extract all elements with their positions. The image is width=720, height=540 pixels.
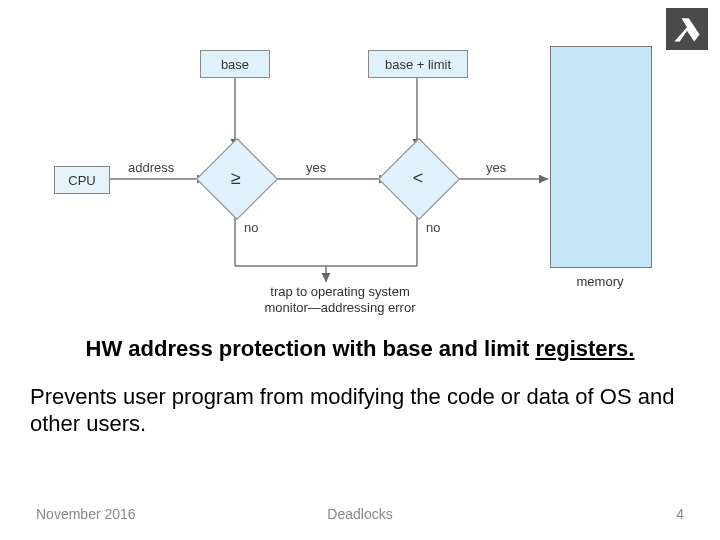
technion-logo <box>666 8 708 50</box>
label-no-2: no <box>426 220 440 235</box>
base-plus-limit-box: base + limit <box>368 50 468 78</box>
label-address: address <box>128 160 174 175</box>
base-register-box: base <box>200 50 270 78</box>
ge-symbol: ≥ <box>208 150 264 206</box>
aleph-icon <box>669 11 705 47</box>
label-no-1: no <box>244 220 258 235</box>
label-yes-1: yes <box>306 160 326 175</box>
lt-symbol: < <box>390 150 446 206</box>
title-underlined: registers. <box>535 336 634 361</box>
cpu-label: CPU <box>68 173 95 188</box>
slide-footer: November 2016 Deadlocks 4 <box>0 506 720 526</box>
title-prefix: HW address protection with base and limi… <box>86 336 536 361</box>
comparator-ge: ≥ <box>208 150 264 206</box>
trap-line-1: trap to operating system <box>210 284 470 300</box>
memory-label: memory <box>550 274 650 289</box>
trap-caption: trap to operating system monitor—address… <box>210 284 470 315</box>
footer-page-number: 4 <box>676 506 684 522</box>
comparator-lt: < <box>390 150 446 206</box>
hw-address-protection-diagram: CPU base base + limit memory ≥ < address… <box>50 50 670 320</box>
footer-topic: Deadlocks <box>0 506 720 522</box>
slide-paragraph: Prevents user program from modifying the… <box>30 384 690 438</box>
slide-title: HW address protection with base and limi… <box>0 336 720 362</box>
base-plus-limit-label: base + limit <box>385 57 451 72</box>
trap-line-2: monitor—addressing error <box>210 300 470 316</box>
base-label: base <box>221 57 249 72</box>
memory-box <box>550 46 652 268</box>
label-yes-2: yes <box>486 160 506 175</box>
cpu-box: CPU <box>54 166 110 194</box>
